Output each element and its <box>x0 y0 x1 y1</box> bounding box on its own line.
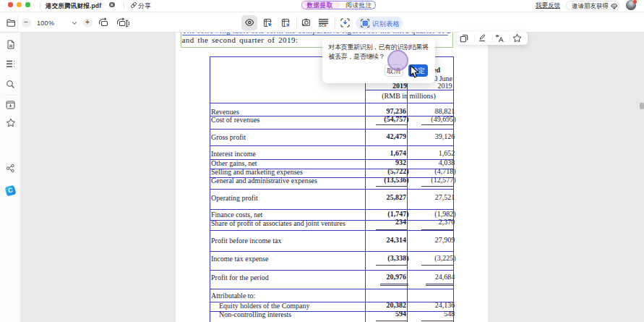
svg-text:OCR: OCR <box>319 24 327 27</box>
